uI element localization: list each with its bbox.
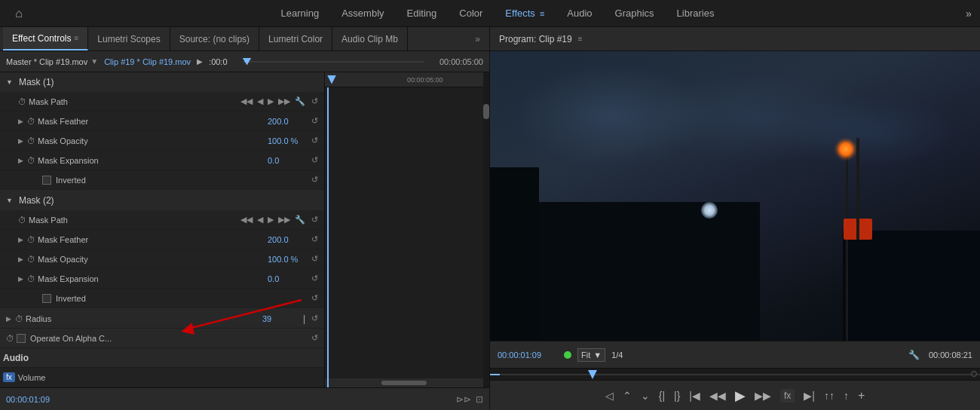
mask2-expansion-value[interactable]: 0.0	[268, 274, 305, 283]
mask1-expansion-reset[interactable]: ↺	[311, 155, 318, 165]
home-button[interactable]: ⌂	[0, 7, 38, 20]
mask1-expansion-label: Mask Expansion	[38, 156, 268, 165]
mask1-path-btn-tool[interactable]: 🔧	[295, 96, 305, 106]
tab-lumetri-scopes[interactable]: Lumetri Scopes	[88, 27, 170, 50]
mask1-feather-reset[interactable]: ↺	[311, 116, 318, 126]
mask1-feather-stopwatch[interactable]: ⏱	[27, 117, 38, 126]
mask2-opacity-reset[interactable]: ↺	[311, 254, 318, 264]
clip-name[interactable]: Clip #19 * Clip #19.mov	[104, 57, 191, 66]
mask2-path-btn-prev[interactable]: ◀	[257, 215, 263, 225]
mask2-opacity-value[interactable]: 100.0 %	[268, 255, 305, 264]
mask2-path-btn-play[interactable]: ▶	[268, 215, 274, 225]
timeline-bar[interactable]	[243, 61, 424, 63]
pt-step-back[interactable]: ◀◀	[709, 390, 726, 402]
vc-fit-select[interactable]: Fit ▼	[577, 348, 605, 362]
mask2-path-reset[interactable]: ↺	[311, 215, 318, 225]
mask1-path-btn-prev[interactable]: ◀	[257, 96, 263, 106]
nav-effects[interactable]: Effects ≡	[505, 5, 544, 22]
radius-stopwatch[interactable]: ⏱	[15, 314, 26, 323]
mask2-path-btn-next[interactable]: ▶▶	[278, 215, 290, 225]
master-clip-selector[interactable]: Master * Clip #19.mov ▼	[6, 57, 98, 66]
operate-alpha-checkbox[interactable]	[17, 334, 26, 343]
mask1-opacity-value[interactable]: 100.0 %	[268, 136, 305, 145]
tab-audio-clip[interactable]: Audio Clip Mb	[332, 27, 408, 50]
nav-overflow[interactable]: »	[957, 8, 980, 20]
program-menu-icon[interactable]: ≡	[578, 35, 583, 43]
mask2-feather-value[interactable]: 200.0	[268, 235, 305, 244]
mask1-path-btn-begin[interactable]: ◀◀	[240, 96, 253, 106]
mask2-opacity-stopwatch[interactable]: ⏱	[27, 255, 38, 264]
volume-label: Volume	[18, 373, 318, 382]
mask1-path-stopwatch[interactable]: ⏱	[18, 97, 29, 106]
nav-color[interactable]: Color	[459, 5, 482, 22]
mask1-path-reset[interactable]: ↺	[311, 96, 318, 106]
tab-effect-controls-menu[interactable]: ≡	[74, 34, 78, 42]
mask2-feather-reset[interactable]: ↺	[311, 234, 318, 244]
mask1-feather-expand[interactable]: ▶	[18, 118, 27, 125]
mask2-expansion-reset[interactable]: ↺	[311, 274, 318, 283]
pt-play[interactable]: ▶	[735, 387, 746, 404]
mask1-expansion-value[interactable]: 0.0	[268, 156, 305, 165]
nav-editing[interactable]: Editing	[407, 5, 437, 22]
radius-expand[interactable]: ▶	[6, 315, 15, 323]
pt-step-fwd[interactable]: ▶▶	[755, 390, 771, 402]
mask2-path-btn-begin[interactable]: ◀◀	[240, 215, 253, 225]
mask2-feather-stopwatch[interactable]: ⏱	[27, 235, 38, 244]
vc-wrench-icon[interactable]: 🔧	[908, 350, 920, 360]
pt-go-mark-in[interactable]: |◀	[689, 390, 700, 402]
program-playhead-bar[interactable]	[490, 368, 980, 380]
pt-fx-btn[interactable]: fx	[780, 389, 795, 402]
operate-alpha-reset[interactable]: ↺	[311, 333, 318, 343]
mask2-inverted-checkbox[interactable]	[42, 294, 51, 303]
mask1-path-btn-play[interactable]: ▶	[268, 96, 274, 106]
mask1-expansion-expand[interactable]: ▶	[18, 157, 27, 164]
mask1-opacity-stopwatch[interactable]: ⏱	[27, 136, 38, 145]
nav-items: Learning Assembly Editing Color Effects …	[38, 5, 957, 22]
tab-source[interactable]: Source: (no clips)	[170, 27, 259, 50]
timeline-scrollbar-h[interactable]	[325, 378, 483, 387]
timecode-duration: 00:00:05:00	[439, 57, 483, 66]
mask2-feather-expand[interactable]: ▶	[18, 236, 27, 243]
bottom-btn-settings[interactable]: ⊡	[476, 394, 483, 405]
pt-mark-in[interactable]: ◁	[605, 390, 614, 402]
pt-mark-right[interactable]: |}	[674, 390, 680, 402]
pt-step-back-clip[interactable]: ⌃	[623, 390, 632, 402]
mask1-path-btn-next[interactable]: ▶▶	[278, 96, 290, 106]
mask1-feather-value[interactable]: 200.0	[268, 117, 305, 126]
nav-graphics[interactable]: Graphics	[615, 5, 654, 22]
radius-value[interactable]: 39	[262, 314, 300, 323]
timeline-scrollbar-thumb[interactable]	[483, 104, 489, 119]
nav-audio[interactable]: Audio	[567, 5, 592, 22]
mask2-path-btn-tool[interactable]: 🔧	[295, 215, 305, 225]
panel-tabs-overflow[interactable]: »	[469, 34, 486, 44]
pt-step-fwd-clip[interactable]: ⌄	[641, 390, 650, 402]
mask1-inverted-reset[interactable]: ↺	[311, 175, 318, 185]
nav-assembly[interactable]: Assembly	[341, 5, 384, 22]
pt-extract[interactable]: ↑	[844, 390, 849, 402]
bottom-btn-add-keyframe[interactable]: ⊳⊳	[456, 394, 471, 405]
radius-reset[interactable]: ↺	[311, 314, 318, 323]
nav-learning[interactable]: Learning	[281, 5, 320, 22]
nav-libraries[interactable]: Libraries	[677, 5, 715, 22]
timeline-scrollbar-v[interactable]	[483, 72, 489, 387]
mask1-opacity-reset[interactable]: ↺	[311, 136, 318, 145]
pt-mark-left[interactable]: {|	[659, 390, 665, 402]
mask2-header[interactable]: ▼ Mask (2)	[0, 191, 324, 210]
operate-stopwatch[interactable]: ⏱	[6, 334, 17, 343]
mask2-inverted-reset[interactable]: ↺	[311, 293, 318, 303]
tab-lumetri-color[interactable]: Lumetri Color	[259, 27, 332, 50]
pt-lift[interactable]: ↑↑	[824, 390, 835, 402]
mask2-expansion-expand[interactable]: ▶	[18, 275, 27, 283]
mask1-opacity-expand[interactable]: ▶	[18, 137, 27, 145]
mask1-header[interactable]: ▼ Mask (1)	[0, 72, 324, 92]
mask2-path-stopwatch[interactable]: ⏱	[18, 216, 29, 225]
pt-go-mark-out[interactable]: ▶|	[804, 390, 815, 402]
mask1-inverted-checkbox[interactable]	[42, 176, 51, 185]
mask1-expansion-stopwatch[interactable]: ⏱	[27, 156, 38, 165]
timeline-ruler[interactable]: 00:00:05:00	[325, 72, 489, 87]
mask2-opacity-expand[interactable]: ▶	[18, 255, 27, 263]
trees	[490, 167, 539, 341]
tab-effect-controls[interactable]: Effect Controls ≡	[3, 27, 88, 50]
mask2-expansion-stopwatch[interactable]: ⏱	[27, 274, 38, 283]
pt-add-button[interactable]: +	[858, 389, 865, 402]
